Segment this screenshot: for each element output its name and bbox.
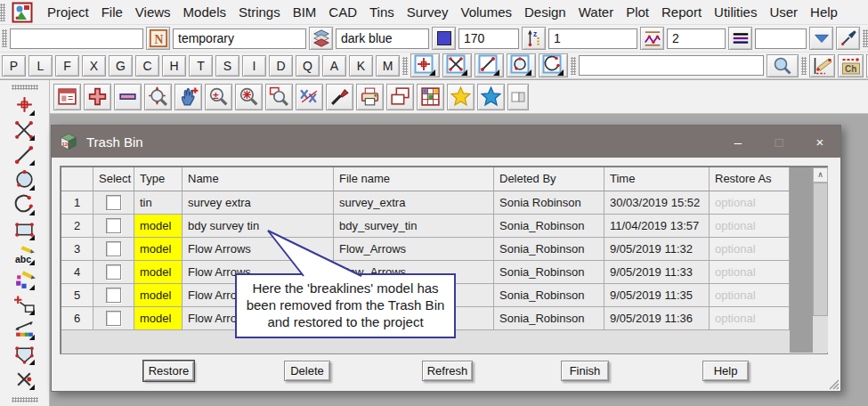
snap-letter-l[interactable]: L [28, 55, 53, 77]
menu-strings[interactable]: Strings [232, 0, 287, 25]
menu-report[interactable]: Report [655, 0, 708, 25]
column-header-rownum[interactable] [61, 167, 93, 191]
toolbar-grip[interactable] [12, 85, 38, 90]
toolbar-grip[interactable] [801, 57, 807, 75]
restoreas-cell[interactable]: optional [710, 307, 790, 330]
menu-bim[interactable]: BIM [287, 0, 323, 25]
favourite-star-yellow-icon[interactable] [447, 84, 475, 110]
restoreas-cell[interactable]: optional [710, 284, 790, 307]
zoom-out-minus-icon[interactable] [114, 84, 142, 110]
linestyle-icon[interactable] [728, 27, 752, 50]
row-number[interactable]: 5 [61, 284, 93, 307]
create-line-icon[interactable] [7, 142, 43, 167]
favourite-star-blue-icon[interactable] [477, 84, 505, 110]
scroll-up-icon[interactable]: ∧ [813, 167, 828, 183]
type-cell[interactable]: model [134, 284, 183, 307]
zoom-dynamic-icon[interactable] [144, 84, 172, 110]
clean-brush-icon[interactable] [326, 84, 353, 110]
line-snap-icon[interactable] [475, 53, 504, 77]
dropdown-arrow-icon[interactable] [809, 27, 833, 50]
menu-user[interactable]: User [763, 0, 804, 25]
select-checkbox[interactable] [106, 264, 121, 280]
row-number[interactable]: 3 [61, 238, 93, 261]
width-input[interactable] [667, 28, 726, 49]
menu-design[interactable]: Design [518, 0, 572, 25]
redraw-off-icon[interactable] [296, 84, 323, 110]
cross-snap-icon[interactable] [442, 53, 472, 77]
cross-point-icon[interactable] [7, 118, 43, 142]
eyedropper-icon[interactable] [836, 27, 860, 50]
toolbar-grip[interactable] [863, 29, 868, 47]
model-input[interactable] [173, 28, 306, 49]
type-cell[interactable]: model [134, 261, 183, 284]
select-checkbox[interactable] [106, 311, 121, 326]
select-checkbox[interactable] [106, 218, 121, 233]
help-button[interactable]: Help [702, 361, 749, 381]
plot-window-icon[interactable] [53, 84, 81, 110]
create-circle-icon[interactable] [7, 167, 43, 192]
maximize-button[interactable]: □ [758, 126, 799, 158]
restoreas-cell[interactable]: optional [710, 261, 790, 284]
toolbar-grip[interactable] [12, 397, 38, 402]
chainage-measure-icon[interactable]: Ch [838, 54, 864, 77]
snap-letter-m[interactable]: M [376, 55, 400, 77]
delete-button[interactable]: Delete [284, 361, 330, 381]
snap-letter-p[interactable]: P [2, 55, 26, 77]
select-checkbox[interactable] [106, 288, 121, 303]
snap-letter-q[interactable]: Q [296, 55, 320, 77]
snap-letter-s[interactable]: S [215, 55, 239, 77]
refresh-button[interactable]: Refresh [422, 361, 473, 381]
close-button[interactable]: × [799, 126, 840, 158]
type-cell[interactable]: model [134, 215, 183, 238]
filename-cell[interactable]: survey_extra [334, 191, 494, 215]
restoreas-cell[interactable]: optional [710, 191, 790, 215]
toolbar-grip[interactable] [2, 29, 7, 47]
scrollbar-thumb[interactable] [813, 183, 828, 316]
column-header-filename[interactable]: File name [334, 167, 494, 191]
menu-survey[interactable]: Survey [401, 0, 455, 25]
menu-file[interactable]: File [95, 0, 129, 25]
menu-views[interactable]: Views [129, 0, 177, 25]
zoom-plusminus-icon[interactable]: ± [205, 84, 232, 110]
paste-point-icon[interactable] [7, 292, 43, 317]
cad-text-input[interactable] [10, 28, 143, 49]
finish-button[interactable]: Finish [561, 361, 609, 381]
snap-letter-i[interactable]: I [242, 55, 266, 77]
z-height-icon[interactable]: z [522, 27, 546, 50]
bearing-measure-icon[interactable] [809, 54, 835, 77]
name-icon[interactable]: N [146, 27, 170, 50]
column-header-type[interactable]: Type [134, 167, 183, 191]
menu-utilities[interactable]: Utilities [708, 0, 763, 25]
create-polygon-icon[interactable] [7, 342, 43, 367]
create-point-icon[interactable] [7, 93, 43, 118]
create-rectangle-icon[interactable] [7, 217, 43, 242]
table-scrollbar[interactable]: ∧ [813, 167, 828, 353]
minimize-button[interactable]: – [718, 126, 758, 158]
menu-plot[interactable]: Plot [620, 0, 655, 25]
menu-help[interactable]: Help [804, 0, 844, 25]
copy-view-icon[interactable] [386, 84, 414, 110]
snap-letter-c[interactable]: C [135, 55, 159, 77]
menu-project[interactable]: Project [41, 0, 95, 25]
row-number[interactable]: 2 [61, 215, 93, 238]
app-logo-icon[interactable] [11, 2, 34, 23]
search-input[interactable] [579, 55, 764, 76]
name-cell[interactable]: survey extra [183, 191, 334, 215]
row-number[interactable]: 4 [61, 261, 93, 284]
split-pane-icon[interactable] [507, 84, 529, 110]
restore-button[interactable]: Restore [143, 361, 194, 381]
circle-snap-icon[interactable] [507, 53, 536, 77]
restoreas-cell[interactable]: optional [710, 215, 790, 238]
search-icon[interactable] [767, 54, 799, 77]
weave-icon[interactable] [640, 27, 664, 50]
snap-letter-g[interactable]: G [109, 55, 133, 77]
zoom-in-plus-icon[interactable] [84, 84, 111, 110]
column-header-restoreas[interactable]: Restore As [710, 167, 790, 191]
delete-point-icon[interactable] [7, 367, 43, 392]
snap-letter-a[interactable]: A [322, 55, 346, 77]
zoom-previous-icon[interactable] [265, 84, 293, 110]
menu-tins[interactable]: Tins [363, 0, 401, 25]
type-cell[interactable]: tin [134, 191, 183, 215]
row-number[interactable]: 1 [61, 191, 93, 215]
toolbar-grip[interactable] [402, 57, 408, 75]
